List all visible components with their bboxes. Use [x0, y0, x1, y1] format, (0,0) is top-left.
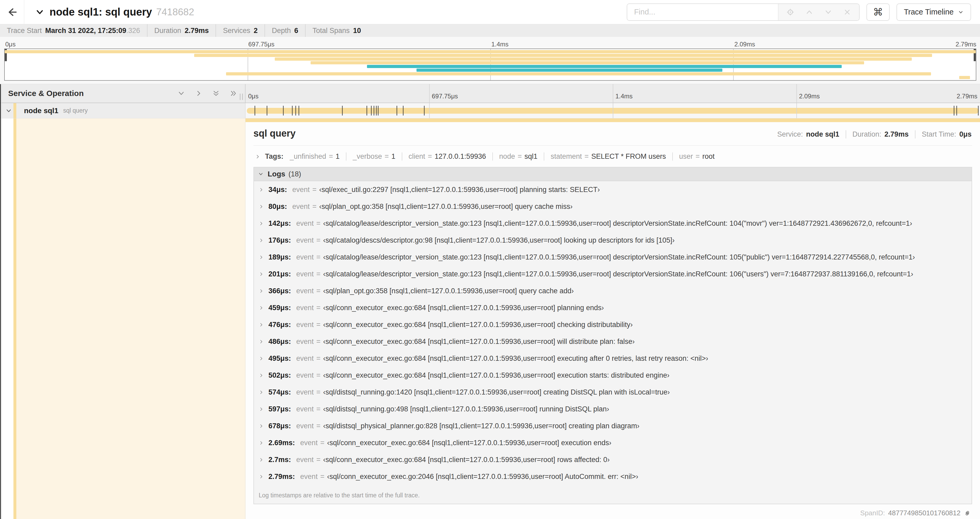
log-timestamp: 574μs:	[269, 388, 291, 396]
log-marker-tick	[267, 106, 267, 115]
link-icon[interactable]	[964, 509, 971, 517]
log-marker-tick	[295, 106, 296, 115]
tag-key: _verbose	[353, 152, 382, 161]
log-entry[interactable]: 366μs:event=‹sql/plan_opt.go:358 [nsql1,…	[254, 283, 972, 299]
tags-expander-icon[interactable]	[255, 154, 260, 159]
chevron-right-icon	[259, 204, 264, 209]
chevron-right-icon	[259, 423, 264, 428]
logs-title: Logs	[268, 170, 285, 178]
log-entry[interactable]: 2.79ms:event=‹sql/conn_executor_exec.go:…	[254, 468, 972, 485]
equals-sign: =	[317, 456, 321, 464]
trace-collapse-icon[interactable]	[35, 8, 44, 17]
log-timestamp: 597μs:	[269, 405, 291, 413]
log-entry[interactable]: 142μs:event=‹sql/catalog/lease/descripto…	[254, 215, 972, 232]
tags-label[interactable]: Tags:	[265, 152, 283, 161]
log-entry[interactable]: 495μs:event=‹sql/conn_executor_exec.go:6…	[254, 350, 972, 367]
log-entry[interactable]: 189μs:event=‹sql/catalog/lease/descripto…	[254, 249, 972, 265]
equals-sign: =	[428, 152, 432, 161]
ruler-tick-label: 1.4ms	[613, 93, 633, 100]
log-entry[interactable]: 678μs:event=‹sql/distsql_physical_planne…	[254, 417, 972, 434]
back-button[interactable]	[0, 0, 24, 24]
logs-note: Log timestamps are relative to the start…	[254, 485, 972, 504]
find-next-icon[interactable]	[824, 8, 832, 16]
summary-label: Duration	[154, 24, 181, 37]
trace-summary-item: Total Spans10	[305, 24, 368, 37]
log-timestamp: 678μs:	[269, 422, 291, 430]
log-marker-tick	[396, 106, 397, 115]
detail-name-background	[16, 118, 245, 519]
locate-icon[interactable]	[786, 8, 794, 16]
tag-item: client=127.0.0.1:59936	[402, 152, 492, 161]
minimap-span-bar	[226, 72, 931, 75]
detail-overview: Service:node sql1Duration:2.79msStart Ti…	[771, 130, 972, 139]
span-table: Service & Operation 0μs697.75μs1.4ms2.09…	[0, 84, 980, 519]
find-tools	[778, 4, 859, 20]
logs-header[interactable]: Logs (18)	[254, 168, 972, 181]
log-entry[interactable]: 459μs:event=‹sql/conn_executor_exec.go:6…	[254, 299, 972, 316]
expand-all-icon[interactable]	[212, 89, 220, 97]
trace-view-selector[interactable]: Trace Timeline	[896, 3, 971, 21]
log-field-key: event	[296, 321, 314, 329]
log-field-key: event	[296, 236, 314, 244]
log-timestamp: 34μs:	[269, 186, 287, 194]
log-field-key: event	[296, 405, 314, 413]
log-timestamp: 189μs:	[269, 253, 291, 261]
chevron-right-icon	[259, 441, 264, 446]
minimap-canvas[interactable]	[4, 48, 976, 81]
tag-value: SELECT * FROM users	[592, 152, 666, 161]
log-field-value: ‹sql/plan_opt.go:358 [nsql1,client=127.0…	[323, 287, 574, 295]
chevron-right-icon	[259, 238, 264, 243]
log-entry[interactable]: 176μs:event=‹sql/catalog/descs/descripto…	[254, 232, 972, 249]
summary-label: Services	[223, 24, 250, 37]
collapse-all-icon[interactable]	[230, 89, 237, 97]
ruler-tick-label: 0μs	[245, 93, 258, 100]
log-entry[interactable]: 597μs:event=‹sql/distsql_running.go:498 …	[254, 401, 972, 417]
log-timestamp: 459μs:	[269, 304, 291, 312]
log-entry[interactable]: 80μs:event=‹sql/plan_opt.go:358 [nsql1,c…	[254, 198, 972, 215]
log-entry[interactable]: 574μs:event=‹sql/distsql_running.go:1420…	[254, 384, 972, 401]
chevron-right-icon	[259, 390, 264, 395]
tag-item: _verbose=1	[346, 152, 402, 161]
log-marker-tick	[299, 106, 299, 115]
span-expander-icon[interactable]	[6, 108, 12, 114]
log-entry[interactable]: 2.7ms:event=‹sql/conn_executor_exec.go:6…	[254, 451, 972, 468]
log-entry[interactable]: 486μs:event=‹sql/conn_executor_exec.go:6…	[254, 333, 972, 350]
log-entry[interactable]: 201μs:event=‹sql/catalog/lease/descripto…	[254, 265, 972, 283]
log-field-value: ‹sql/conn_executor_exec.go:684 [nsql1,cl…	[323, 371, 670, 380]
detail-header: sql query Service:node sql1Duration:2.79…	[253, 128, 972, 139]
log-entry[interactable]: 2.69ms:event=‹sql/conn_executor_exec.go:…	[254, 434, 972, 451]
overview-value: 2.79ms	[885, 130, 908, 139]
find-prev-icon[interactable]	[805, 8, 813, 16]
collapse-one-icon[interactable]	[195, 89, 202, 97]
log-marker-tick	[292, 106, 293, 115]
log-field-key: event	[296, 338, 314, 346]
equals-sign: =	[385, 152, 389, 161]
log-field-value: ‹sql/catalog/lease/descriptor_version_st…	[323, 270, 913, 278]
find-input[interactable]	[627, 4, 778, 20]
ruler-tick-label: 2.79ms	[956, 93, 977, 100]
overview-value: node sql1	[806, 130, 839, 139]
log-entry[interactable]: 476μs:event=‹sql/conn_executor_exec.go:6…	[254, 316, 972, 333]
span-id-label: SpanID:	[860, 509, 885, 517]
ruler-tick-label: 2.09ms	[796, 93, 820, 100]
log-field-value: ‹sql/distsql_physical_planner.go:828 [ns…	[323, 422, 640, 430]
header-toolbar: ⌘ Trace Timeline	[627, 3, 980, 21]
top-header: node sql1: sql query 7418682 ⌘ Trace Tim…	[0, 0, 980, 24]
service-color-accent	[13, 103, 16, 118]
keyboard-shortcuts-button[interactable]: ⌘	[867, 3, 889, 21]
log-entry[interactable]: 34μs:event=‹sql/exec_util.go:2297 [nsql1…	[254, 181, 972, 198]
minimap-span-bar	[5, 50, 976, 53]
log-entry[interactable]: 502μs:event=‹sql/conn_executor_exec.go:6…	[254, 367, 972, 384]
summary-value: 6	[294, 24, 298, 37]
chevron-right-icon	[259, 339, 264, 344]
minimap-tick-label: 0μs	[4, 41, 16, 48]
column-resizer[interactable]	[240, 94, 243, 100]
table-header: Service & Operation 0μs697.75μs1.4ms2.09…	[1, 84, 980, 103]
equals-sign: =	[585, 152, 589, 161]
span-row[interactable]: node sql1 sql query	[1, 103, 980, 118]
expand-one-icon[interactable]	[178, 89, 185, 97]
logs-expander-icon[interactable]	[258, 171, 263, 177]
trace-summary-item: Duration2.79ms	[147, 24, 216, 37]
find-clear-icon[interactable]	[843, 8, 851, 16]
equals-sign: =	[317, 388, 321, 396]
